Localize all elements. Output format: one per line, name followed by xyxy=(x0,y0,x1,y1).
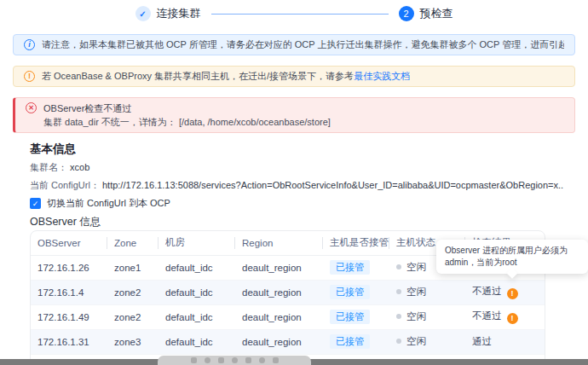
cell-idc: default_idc xyxy=(159,304,235,329)
cell-idc: default_idc xyxy=(159,255,235,280)
info-alert: i 请注意，如果本集群已被其他 OCP 所管理，请务必在对应的 OCP 上执行迁… xyxy=(13,34,575,55)
step-precheck[interactable]: 2 预检查 xyxy=(399,6,453,21)
step-number-icon: 2 xyxy=(399,6,414,21)
steps-connector xyxy=(211,14,389,14)
cell-region: deault_region xyxy=(235,304,323,329)
check-result-tooltip: Observer 进程的所属用户必须为admin，当前为root xyxy=(436,240,588,274)
table-row: 172.16.1.31 zone3 default_idc deault_reg… xyxy=(31,329,545,354)
toolbar-icon[interactable] xyxy=(218,357,224,363)
cell-idc: default_idc xyxy=(159,280,235,304)
col-region: Region xyxy=(235,231,323,255)
takeover-tag: 已接管 xyxy=(330,334,370,349)
cell-region: deault_region xyxy=(235,255,323,280)
toolbar-icon[interactable] xyxy=(191,357,197,363)
warning-alert: ! 若 OceanBase & OBProxy 集群共享相同主机，在迁出/接管场… xyxy=(13,66,575,87)
table-row: 172.16.1.49 zone2 default_idc deault_reg… xyxy=(31,304,545,329)
cell-check-result: 通过 xyxy=(472,336,492,346)
cell-ip: 172.16.1.4 xyxy=(31,280,107,304)
col-zone: Zone xyxy=(107,231,159,255)
error-alert-body: OBServer检查不通过 集群 data_dir 不统一，详情为： [/dat… xyxy=(43,101,331,129)
config-url-label: 当前 ConfigUrl： xyxy=(30,180,100,190)
toolbar-icon[interactable] xyxy=(205,357,210,363)
cell-region: deault_region xyxy=(235,280,323,304)
steps-bar: ✓ 连接集群 2 预检查 xyxy=(0,0,588,22)
cell-host-status: 空闲 xyxy=(406,336,426,346)
error-icon: ✕ xyxy=(26,102,37,113)
status-dot-icon xyxy=(396,339,401,344)
step-precheck-label: 预检查 xyxy=(420,6,453,21)
cell-zone: zone3 xyxy=(107,329,159,354)
precheck-page: ✓ 连接集群 2 预检查 i 请注意，如果本集群已被其他 OCP 所管理，请务必… xyxy=(0,0,588,365)
step-connect-cluster-label: 连接集群 xyxy=(157,6,201,21)
cell-region: deault_region xyxy=(235,329,323,354)
takeover-tag: 已接管 xyxy=(330,310,370,324)
takeover-tag: 已接管 xyxy=(330,285,370,299)
error-alert-title: OBServer检查不通过 xyxy=(43,101,331,115)
screen-toolbar[interactable] xyxy=(158,356,311,365)
warning-text: 若 OceanBase & OBProxy 集群共享相同主机，在迁出/接管场景下… xyxy=(42,71,354,81)
step-connect-cluster[interactable]: ✓ 连接集群 xyxy=(135,6,201,21)
config-url-row: 当前 ConfigUrl： http://172.16.1.13:5088/se… xyxy=(30,179,558,192)
warning-icon: ! xyxy=(24,71,35,82)
cell-check-result: 不通过 xyxy=(472,286,502,296)
tooltip-text: Observer 进程的所属用户必须为admin，当前为root xyxy=(445,246,568,267)
cell-ip: 172.16.1.49 xyxy=(31,304,107,329)
cell-ip: 172.16.1.31 xyxy=(31,329,107,354)
basic-info-title: 基本信息 xyxy=(30,142,558,156)
col-idc: 机房 xyxy=(159,231,235,255)
status-dot-icon xyxy=(396,314,401,319)
cell-host-status: 空闲 xyxy=(406,262,426,272)
toolbar-icon[interactable] xyxy=(245,357,251,363)
observer-info-title: OBServer 信息 xyxy=(30,215,558,229)
status-dot-icon xyxy=(396,289,401,294)
toolbar-icon[interactable] xyxy=(232,357,238,363)
check-fail-warning-icon[interactable]: ! xyxy=(507,313,518,324)
warning-alert-text: 若 OceanBase & OBProxy 集群共享相同主机，在迁出/接管场景下… xyxy=(42,70,410,83)
status-dot-icon xyxy=(396,264,401,269)
table-row: 172.16.1.4 zone2 default_idc deault_regi… xyxy=(31,280,545,304)
cell-ip: 172.16.1.26 xyxy=(31,255,107,280)
switch-configurl-row: ✓ 切换当前 ConfigUrl 到本 OCP xyxy=(30,197,558,210)
col-host-takeover: 主机是否接管 xyxy=(323,231,389,255)
cluster-name-value: xcob xyxy=(70,162,89,172)
config-url-value: http://172.16.1.13:5088/services?Action=… xyxy=(102,180,563,190)
takeover-tag: 已接管 xyxy=(330,260,370,275)
switch-configurl-label: 切换当前 ConfigUrl 到本 OCP xyxy=(47,197,170,210)
cell-zone: zone2 xyxy=(107,280,159,304)
best-practice-doc-link[interactable]: 最佳实践文档 xyxy=(354,71,410,81)
cell-zone: zone1 xyxy=(107,255,159,280)
cell-host-status: 空闲 xyxy=(406,311,426,322)
col-observer: OBServer xyxy=(31,231,107,255)
cell-idc: default_idc xyxy=(159,329,235,354)
switch-configurl-checkbox[interactable]: ✓ xyxy=(30,198,41,209)
cell-check-result: 不通过 xyxy=(472,310,502,321)
toolbar-icon[interactable] xyxy=(273,357,279,363)
error-alert: ✕ OBServer检查不通过 集群 data_dir 不统一，详情为： [/d… xyxy=(13,97,575,133)
cluster-name-row: 集群名： xcob xyxy=(30,161,558,174)
cluster-name-label: 集群名： xyxy=(30,162,67,172)
error-alert-detail: 集群 data_dir 不统一，详情为： [/data, /home/xcob/… xyxy=(43,115,331,129)
check-fail-warning-icon[interactable]: ! xyxy=(507,288,518,299)
info-alert-text: 请注意，如果本集群已被其他 OCP 所管理，请务必在对应的 OCP 上执行迁出集… xyxy=(42,38,564,51)
cell-host-status: 空闲 xyxy=(406,287,426,297)
toolbar-icon[interactable] xyxy=(259,357,265,363)
cell-zone: zone2 xyxy=(107,304,159,329)
info-icon: i xyxy=(24,39,35,50)
step-done-check-icon: ✓ xyxy=(135,6,151,21)
